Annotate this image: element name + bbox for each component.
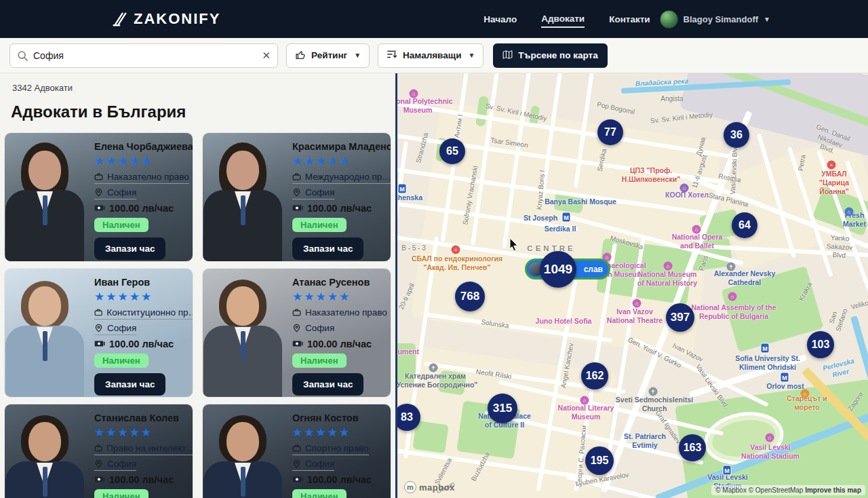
hourly-rate: 100.00 лв/час <box>292 339 382 349</box>
search-icon <box>17 50 28 64</box>
map-label: St Joseph <box>524 214 557 223</box>
map-cluster-marker[interactable]: 103 <box>807 331 834 358</box>
location-pin-icon <box>94 459 103 468</box>
lawyer-card[interactable]: Станислав Колев ★★★★★ Право на интелекту… <box>4 404 193 498</box>
practice-area-link[interactable]: Наказателно право <box>94 172 189 184</box>
attribution-text[interactable]: © Mapbox © OpenStreetMap <box>715 486 803 494</box>
poi-icon: ⌂ <box>766 434 774 442</box>
map-icon <box>502 50 513 62</box>
nav-item-lawyers[interactable]: Адвокати <box>541 11 585 28</box>
map-cluster-marker[interactable]: 163 <box>679 434 706 461</box>
lawyer-card[interactable]: Огнян Костов ★★★★★ Спортно право София <box>202 404 391 498</box>
hourly-rate: 100.00 лв/час <box>94 339 184 349</box>
briefcase-icon <box>292 172 301 181</box>
poi-icon: ⌂ <box>801 389 810 398</box>
practice-area-link[interactable]: Спортно право <box>292 443 369 455</box>
lawyer-card[interactable]: Елена Чорбаджиева ★★★★★ Наказателно прав… <box>4 132 193 262</box>
city-link[interactable]: София <box>94 323 136 335</box>
search-by-map-button[interactable]: Търсене по карта <box>493 43 607 68</box>
hourly-rate: 100.00 лв/час <box>292 203 382 214</box>
map-cluster-marker[interactable]: 1049 <box>540 251 576 288</box>
practice-area-link[interactable]: Конституционно пра… <box>94 307 193 320</box>
location-pin-icon <box>292 324 301 332</box>
city-link[interactable]: София <box>292 187 334 199</box>
lawyer-card[interactable]: Иван Геров ★★★★★ Конституционно пра… Соф… <box>4 268 193 398</box>
hourly-rate: 100.00 лв/час <box>94 203 184 214</box>
map-label: Alexander Nevsky Cathedral <box>714 269 775 287</box>
city-link[interactable]: София <box>94 187 136 199</box>
sort-descending-icon <box>387 49 397 62</box>
nav-links: Начало Адвокати Контакти <box>484 11 650 28</box>
user-name: Blagoy Simandoff <box>684 14 759 24</box>
rating-stars: ★★★★★ <box>292 291 382 304</box>
map-cluster-marker[interactable]: 195 <box>585 446 614 475</box>
map-cluster-marker[interactable]: 77 <box>597 119 623 145</box>
chevron-down-icon: ▼ <box>468 52 475 59</box>
map-cluster-marker[interactable]: 315 <box>488 394 517 423</box>
book-appointment-button[interactable]: Запази час <box>94 237 165 260</box>
results-count: 3342 Адвокати <box>4 83 391 93</box>
book-appointment-button[interactable]: Запази час <box>292 237 363 260</box>
metro-station-icon: M <box>723 465 732 476</box>
sort-direction-dropdown[interactable]: Намаляващи ▼ <box>378 43 484 68</box>
city-link[interactable]: София <box>292 459 334 471</box>
navbar: ZAKONIFY Начало Адвокати Контакти Blagoy… <box>0 0 868 38</box>
availability-badge: Наличен <box>292 489 347 498</box>
map-label: КООП Хотел <box>665 191 709 199</box>
poi-icon: ⌂ <box>580 396 589 405</box>
map-label: Yanko Sakazov Blvd <box>825 233 854 261</box>
lawyer-photo <box>203 269 283 397</box>
briefcase-icon <box>94 444 102 453</box>
zakonify-logo-icon <box>111 11 127 27</box>
sort-direction-label: Намаляващи <box>403 50 461 60</box>
nav-item-contacts[interactable]: Контакти <box>609 12 650 27</box>
map-cluster-marker[interactable]: 65 <box>439 138 465 164</box>
filter-bar: ✕ Рейтинг ▼ Намаляващи ▼ Търсене по карт… <box>0 38 868 73</box>
poi-icon: ⌂ <box>664 262 673 271</box>
map-label: National Museum of Natural History <box>637 270 697 288</box>
lawyer-card[interactable]: Красимира Младенова ★★★★★ Международно п… <box>202 132 391 262</box>
sort-by-dropdown[interactable]: Рейтинг ▼ <box>286 43 370 68</box>
map-cluster-marker[interactable]: 36 <box>724 122 749 148</box>
clear-search-icon[interactable]: ✕ <box>262 49 271 62</box>
poi-icon: + <box>452 246 460 254</box>
map-label: nument <box>397 347 419 356</box>
nav-item-home[interactable]: Начало <box>484 12 517 27</box>
metro-station-icon: M <box>562 212 571 223</box>
map-label: Banya Bashi Mosque <box>545 197 616 206</box>
map-label: Perlovska River <box>822 357 857 381</box>
map-label: СБАЛ по ендокринология "Акад. Ив. Пенчев… <box>412 254 502 272</box>
map-cluster-marker[interactable]: 768 <box>455 282 485 311</box>
map-cluster-marker[interactable]: 162 <box>581 362 608 389</box>
briefcase-icon <box>94 172 103 181</box>
city-link[interactable]: София <box>94 459 136 471</box>
lawyer-name: Красимира Младенова <box>292 141 382 152</box>
lawyer-card[interactable]: Атанас Русенов ★★★★★ Наказателно право С… <box>202 268 391 398</box>
money-icon <box>94 475 105 484</box>
rating-stars: ★★★★★ <box>94 427 184 440</box>
book-appointment-button[interactable]: Запази час <box>94 373 165 396</box>
user-menu[interactable]: Blagoy Simandoff ▼ <box>660 10 770 28</box>
lawyer-name: Атанас Русенов <box>292 277 382 288</box>
map-cluster-marker[interactable]: 397 <box>666 303 694 332</box>
mapbox-logo[interactable]: m mapbox <box>404 481 455 493</box>
city-link[interactable]: София <box>292 323 334 335</box>
lawyer-name: Огнян Костов <box>292 413 372 423</box>
book-appointment-button[interactable]: Запази час <box>292 373 363 396</box>
practice-area-link[interactable]: Наказателно право <box>292 307 387 320</box>
money-icon <box>292 475 303 484</box>
map[interactable]: National Polytechnic MuseumStrandzhaЕкза… <box>397 73 868 498</box>
poi-icon: ✝ <box>649 387 658 396</box>
rating-stars: ★★★★★ <box>94 155 184 168</box>
hourly-rate: 100.00 лв/час <box>292 474 372 485</box>
practice-area-link[interactable]: Право на интелектуа… <box>94 443 193 455</box>
search-input[interactable] <box>33 50 254 61</box>
location-pin-icon <box>292 188 301 197</box>
improve-map-link[interactable]: Improve this map <box>805 486 861 494</box>
map-cluster-marker[interactable]: 64 <box>732 212 757 238</box>
practice-area-link[interactable]: Международно право <box>292 172 391 184</box>
map-label: St. Patriarch Evtimiy <box>624 432 666 450</box>
poi-icon: ⌂ <box>845 208 854 216</box>
logo[interactable]: ZAKONIFY <box>111 10 220 28</box>
metro-station-icon: M <box>781 372 789 383</box>
